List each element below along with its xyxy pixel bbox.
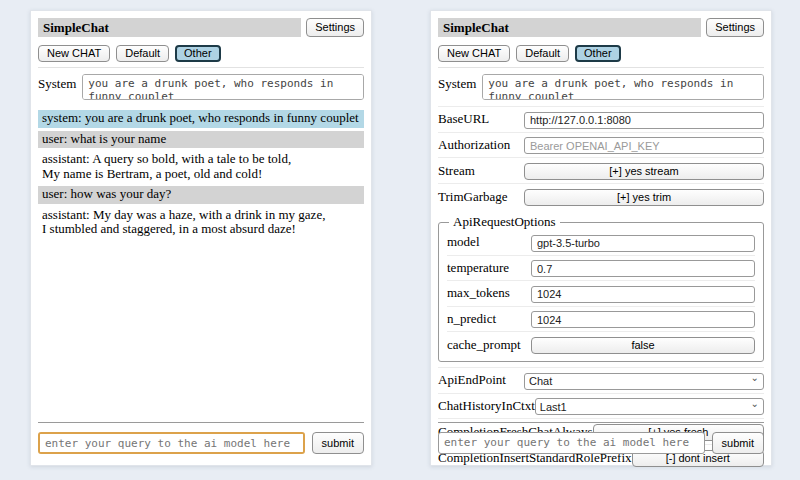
chat-message-list: system: you are a drunk poet, who respon… xyxy=(38,110,364,239)
authorization-input[interactable] xyxy=(524,137,764,154)
separator xyxy=(38,67,364,68)
setting-label: BaseURL xyxy=(438,111,489,127)
session-tabs: New CHAT Default Other xyxy=(438,45,764,62)
setting-row-temperature: temperature xyxy=(447,255,755,281)
api-endpoint-select[interactable]: Chat xyxy=(524,373,764,390)
setting-row-base-url: BaseURL xyxy=(438,106,764,132)
chat-message-system: system: you are a drunk poet, who respon… xyxy=(38,110,364,128)
api-request-options-legend: ApiRequestOptions xyxy=(449,214,560,230)
setting-label: ApiEndPoint xyxy=(438,372,506,388)
app-title: SimpleChat xyxy=(38,18,301,37)
submit-button[interactable]: submit xyxy=(312,432,364,454)
settings-panel: SimpleChat Settings New CHAT Default Oth… xyxy=(430,10,772,466)
system-prompt-input[interactable]: you are a drunk poet, who responds in fu… xyxy=(82,74,364,100)
system-label: System xyxy=(38,74,76,92)
stream-toggle-button[interactable]: [+] yes stream xyxy=(524,163,764,180)
separator xyxy=(38,422,364,423)
session-tab-other[interactable]: Other xyxy=(575,45,621,62)
settings-list: BaseURL Authorization Stream [+] yes str… xyxy=(438,106,764,470)
setting-row-n-predict: n_predict xyxy=(447,306,755,332)
query-input[interactable] xyxy=(438,432,705,454)
system-prompt-input[interactable]: you are a drunk poet, who responds in fu… xyxy=(482,74,764,100)
setting-label: Stream xyxy=(438,163,475,179)
setting-row-authorization: Authorization xyxy=(438,132,764,158)
session-tab-other[interactable]: Other xyxy=(175,45,221,62)
system-prompt-row: System you are a drunk poet, who respond… xyxy=(38,74,364,100)
setting-label: ChatHistoryInCtxt xyxy=(438,398,535,414)
app-title: SimpleChat xyxy=(438,18,701,37)
chat-message-assistant: assistant: A query so bold, with a tale … xyxy=(38,151,364,183)
setting-label: temperature xyxy=(447,260,509,276)
chat-message-user: user: what is your name xyxy=(38,131,364,149)
separator xyxy=(438,67,764,68)
session-tab-default[interactable]: Default xyxy=(116,45,169,62)
temperature-input[interactable] xyxy=(531,260,755,277)
setting-label: Authorization xyxy=(438,137,510,153)
setting-row-chat-history: ChatHistoryInCtxt Last1 ⌄ xyxy=(438,393,764,419)
setting-label: cache_prompt xyxy=(447,337,521,353)
max-tokens-input[interactable] xyxy=(531,286,755,303)
settings-button[interactable]: Settings xyxy=(706,18,764,37)
chat-panel: SimpleChat Settings New CHAT Default Oth… xyxy=(30,10,372,466)
query-bar: submit xyxy=(38,422,364,454)
separator xyxy=(438,422,764,423)
title-bar: SimpleChat Settings xyxy=(438,18,764,37)
chat-history-select[interactable]: Last1 xyxy=(535,398,764,415)
system-prompt-row: System you are a drunk poet, who respond… xyxy=(438,74,764,100)
setting-label: TrimGarbage xyxy=(438,189,508,205)
chat-message-user: user: how was your day? xyxy=(38,186,364,204)
trim-garbage-toggle-button[interactable]: [+] yes trim xyxy=(524,189,764,206)
session-tabs: New CHAT Default Other xyxy=(38,45,364,62)
query-input[interactable] xyxy=(38,432,305,454)
chat-message-assistant: assistant: My day was a haze, with a dri… xyxy=(38,207,364,239)
api-request-options-group: ApiRequestOptions model temperature max_… xyxy=(438,214,764,362)
setting-label: max_tokens xyxy=(447,285,510,301)
settings-button[interactable]: Settings xyxy=(306,18,364,37)
n-predict-input[interactable] xyxy=(531,311,755,328)
setting-row-model: model xyxy=(447,230,755,255)
title-bar: SimpleChat Settings xyxy=(38,18,364,37)
cache-prompt-toggle-button[interactable]: false xyxy=(531,337,755,354)
query-bar: submit xyxy=(438,422,764,454)
session-tab-new-chat[interactable]: New CHAT xyxy=(438,45,510,62)
session-tab-new-chat[interactable]: New CHAT xyxy=(38,45,110,62)
system-label: System xyxy=(438,74,476,92)
setting-row-trim-garbage: TrimGarbage [+] yes trim xyxy=(438,183,764,209)
setting-row-stream: Stream [+] yes stream xyxy=(438,157,764,183)
submit-button[interactable]: submit xyxy=(712,432,764,454)
base-url-input[interactable] xyxy=(524,112,764,129)
model-input[interactable] xyxy=(531,235,755,252)
setting-label: n_predict xyxy=(447,311,496,327)
setting-row-max-tokens: max_tokens xyxy=(447,280,755,306)
setting-label: model xyxy=(447,234,480,250)
session-tab-default[interactable]: Default xyxy=(516,45,569,62)
setting-row-cache-prompt: cache_prompt false xyxy=(447,331,755,357)
setting-row-api-endpoint: ApiEndPoint Chat ⌄ xyxy=(438,367,764,393)
